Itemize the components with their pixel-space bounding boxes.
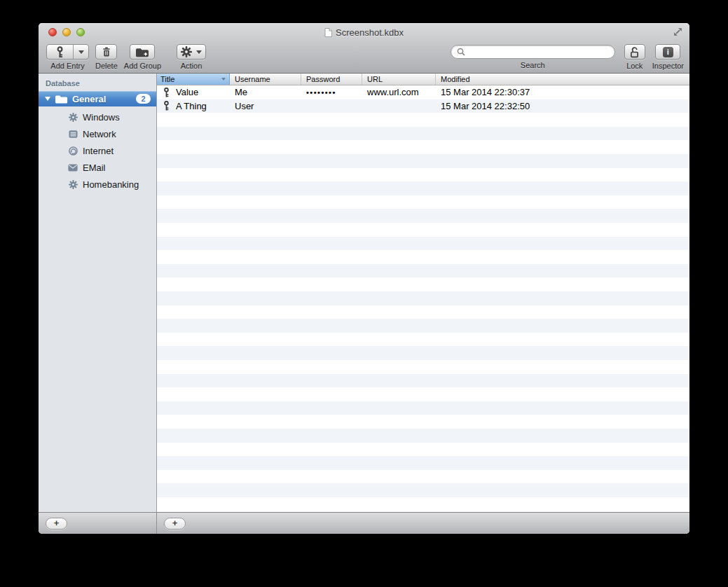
lock-label: Lock [626,62,643,70]
sidebar-item-label: EMail [83,163,106,173]
column-header-label: Password [306,75,340,83]
sidebar-item-internet[interactable]: Internet [39,142,156,159]
column-header-title[interactable]: Title [157,74,230,85]
lock-item: Lock [624,41,645,70]
column-header-modified[interactable]: Modified [436,74,689,85]
folder-icon [55,95,68,104]
inspector-label: Inspector [652,62,684,70]
sidebar-item-email[interactable]: EMail [39,159,156,176]
add-group-pill-button[interactable]: + [46,518,67,530]
sidebar-item-network[interactable]: Network [39,125,156,142]
sidebar-item-label: Network [83,129,116,139]
gear-icon [181,46,192,57]
sidebar-section-header: Database [39,74,156,91]
table-row[interactable]: A Thing User 15 Mar 2014 22:32:50 [157,99,689,113]
search-field[interactable] [451,45,615,59]
column-header-username[interactable]: Username [230,74,301,85]
content-area: Database General 2 [39,74,689,512]
window-chrome: Screenshot.kdbx [39,23,689,74]
search-label: Search [521,61,545,69]
lock-open-icon [629,46,640,58]
info-icon: i [663,47,673,57]
sidebar-item-label: Homebanking [83,179,139,190]
globe-icon [68,146,78,156]
server-icon [68,129,78,139]
sidebar-item-label: Windows [83,112,120,123]
table-body[interactable]: Value Me •••••••• www.url.com 15 Mar 201… [157,85,689,512]
key-icon [163,88,170,97]
bottom-bar: + + [39,512,689,534]
key-icon [163,101,170,111]
table-bottom-bar: + [157,513,689,534]
cell-modified: 15 Mar 2014 22:32:50 [436,101,689,111]
column-header-label: URL [367,75,383,83]
delete-button[interactable] [95,44,117,60]
add-entry-main-segment[interactable] [47,45,73,59]
column-header-label: Username [235,75,270,83]
chevron-down-icon [196,50,202,54]
app-window: Screenshot.kdbx [39,23,689,534]
cell-modified: 15 Mar 2014 22:30:37 [436,87,689,97]
column-header-password[interactable]: Password [301,74,362,85]
cell-username: Me [230,87,301,97]
sidebar-item-label: Internet [83,146,114,156]
add-group-label: Add Group [124,62,161,70]
sidebar-item-windows[interactable]: Windows [39,109,156,125]
inspector-button[interactable]: i [655,44,680,60]
lock-button[interactable] [624,44,645,60]
search-item: Search [451,41,615,69]
column-header-label: Modified [441,75,470,83]
action-label: Action [181,62,202,70]
window-title: Screenshot.kdbx [39,26,689,39]
add-group-item: Add Group [124,41,161,70]
search-icon [457,48,465,56]
sidebar: Database General 2 [39,74,157,512]
entry-table: Title Username Password URL Modified [157,74,689,512]
table-header: Title Username Password URL Modified [157,74,689,85]
column-header-url[interactable]: URL [362,74,436,85]
toolbar: Add Entry Delete [39,41,689,74]
trash-icon [102,46,111,57]
cell-title: Value [157,87,230,97]
action-item: Action [177,41,206,70]
disclosure-triangle-icon[interactable] [45,97,50,101]
add-entry-label: Add Entry [50,62,84,70]
add-group-button[interactable] [130,44,155,60]
entry-count-badge: 2 [136,94,151,104]
cell-title: A Thing [157,101,230,111]
entry-title: Value [176,87,198,97]
table-row[interactable]: Value Me •••••••• www.url.com 15 Mar 201… [157,85,689,99]
gear-icon [68,112,78,122]
action-button[interactable] [177,44,206,60]
sidebar-bottom-bar: + [39,513,157,534]
add-entry-button[interactable] [46,44,89,60]
folder-plus-icon [136,47,149,57]
cell-username: User [230,101,301,111]
delete-label: Delete [95,62,118,70]
sidebar-group-label: General [72,94,106,104]
delete-item: Delete [95,41,118,70]
chevron-down-icon [78,50,84,54]
window-title-text: Screenshot.kdbx [336,27,404,38]
sidebar-item-homebanking[interactable]: Homebanking [39,176,156,193]
cell-url: www.url.com [362,87,436,97]
envelope-icon [68,163,78,172]
fullscreen-icon[interactable] [673,27,683,37]
document-icon [324,28,332,37]
sort-descending-icon [221,78,226,81]
search-input[interactable] [468,47,609,57]
add-entry-dropdown-segment[interactable] [73,45,88,59]
column-header-label: Title [160,75,174,83]
gear-icon [68,179,78,189]
entry-title: A Thing [176,101,207,111]
cell-password: •••••••• [301,88,362,97]
key-icon [56,46,64,58]
sidebar-group-general[interactable]: General 2 [39,91,156,106]
add-entry-item: Add Entry [46,41,89,70]
sidebar-subgroups: Windows Network [39,109,156,193]
add-entry-pill-button[interactable]: + [164,518,186,530]
inspector-item: i Inspector [652,41,684,70]
